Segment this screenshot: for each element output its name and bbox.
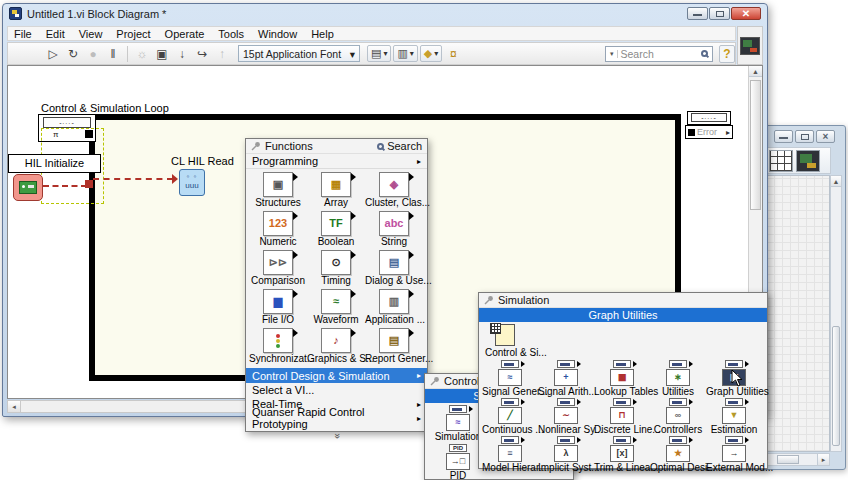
reorder-dropdown[interactable]: ◆ ▾	[420, 45, 442, 62]
scrollbar-thumb[interactable]	[832, 326, 840, 446]
run-continuously-button[interactable]: ↻	[64, 45, 82, 63]
front-panel-preview-icon[interactable]	[796, 150, 820, 172]
menu-item[interactable]: Window	[252, 28, 305, 40]
hil-initialize-block[interactable]	[13, 174, 43, 201]
minimize-button[interactable]	[687, 7, 708, 20]
menu-item[interactable]: Help	[305, 28, 342, 40]
search-icon[interactable]	[701, 50, 708, 57]
pin-icon[interactable]	[251, 141, 261, 151]
palette-item[interactable]: → External Mod...	[706, 434, 762, 472]
palette-item[interactable]: ⊙ Timing	[307, 249, 365, 288]
palette-item[interactable]: ★ Optimal Desi...	[650, 434, 706, 472]
palette-header[interactable]: Simulation	[479, 293, 767, 308]
palette-item[interactable]: ⊳⊳ Comparison	[249, 249, 307, 288]
palette-item[interactable]: ∞ Controllers	[650, 396, 706, 434]
palette-item[interactable]: Control & Si...	[479, 324, 767, 358]
align-objects-icon: ▤	[371, 47, 381, 60]
loop-error-terminal[interactable]: Error ▸	[685, 125, 733, 139]
palette-item-label: Timing	[307, 275, 365, 287]
palette-item[interactable]: ▣ Structures	[249, 171, 307, 210]
palette-item[interactable]: λ Implicit Syst...	[538, 434, 594, 472]
scrollbar-thumb[interactable]	[750, 80, 761, 210]
palette-item[interactable]: Synchronizat...	[249, 327, 307, 366]
palette-item[interactable]: ⊓ Discrete Line...	[594, 396, 650, 434]
palette-item[interactable]: ▼ Estimation	[706, 396, 762, 434]
cl-hil-read-block[interactable]: ◦ ◦ uuu	[179, 169, 205, 196]
font-selector-dropdown[interactable]: 15pt Application Font ▾	[238, 45, 360, 62]
search-box[interactable]: ▾ Search	[605, 46, 713, 62]
step-out-button[interactable]: ↑	[213, 45, 231, 63]
menu-item[interactable]: Operate	[159, 28, 213, 40]
menu-item[interactable]: Tools	[212, 28, 252, 40]
simulation-grid: ≈ Signal Gener... +	[479, 358, 767, 472]
palette-item[interactable]: ≡ Model Hierar...	[482, 434, 538, 472]
simulation-loop-output-node[interactable]: -∙∙∙-	[687, 111, 731, 125]
loop-tunnel[interactable]	[85, 180, 93, 188]
maximize-button[interactable]	[709, 7, 730, 20]
palette-item[interactable]: + Signal Arith...	[538, 358, 594, 396]
palette-item[interactable]: ▤ Dialog & Use...	[365, 249, 423, 288]
grid-align-icon[interactable]	[769, 150, 793, 172]
scroll-up-icon[interactable]: ▲	[749, 66, 762, 77]
menu-item-control-design-simulation[interactable]: Control Design & Simulation ▸	[246, 368, 427, 383]
palette-item[interactable]: [x] Trim & Linea...	[594, 434, 650, 472]
category-row-programming[interactable]: Programming ▸	[246, 154, 427, 169]
palette-item[interactable]: ╱ Continuous ...	[482, 396, 538, 434]
palette-item[interactable]: ≈ Signal Gener...	[482, 358, 538, 396]
palette-item[interactable]: ▦ Lookup Tables	[594, 358, 650, 396]
highlight-execution-button[interactable]: ☼	[133, 45, 151, 63]
minimize-button[interactable]	[774, 130, 793, 143]
palette-header[interactable]: Functions Search	[246, 139, 427, 154]
step-over-button[interactable]: ↪	[193, 45, 211, 63]
palette-item[interactable]: ▆ File I/O	[249, 288, 307, 327]
palette-item[interactable]: TF Boolean	[307, 210, 365, 249]
scroll-left-icon[interactable]: ◂	[8, 401, 21, 412]
titlebar[interactable]: Untitled 1.vi Block Diagram * ✕	[3, 4, 767, 23]
error-wire[interactable]	[93, 178, 173, 180]
palette-search[interactable]: Search	[377, 140, 422, 152]
palette-item-icon: ▤	[379, 250, 409, 275]
palette-item[interactable]: ▥ Application ...	[365, 288, 423, 327]
pin-icon[interactable]	[430, 376, 440, 386]
palette-item[interactable]: ◈ Cluster, Clas...	[365, 171, 423, 210]
palette-item[interactable]: 123 Numeric	[249, 210, 307, 249]
search-history-dropdown-icon[interactable]: ▾	[610, 50, 618, 58]
menu-item[interactable]: Edit	[40, 28, 73, 40]
menu-item[interactable]: View	[73, 28, 111, 40]
palette-item[interactable]: ∼ Nonlinear Sy...	[538, 396, 594, 434]
palette-item[interactable]: ♪ Graphics & S...	[307, 327, 365, 366]
context-help-button[interactable]: ?	[719, 45, 735, 63]
close-button[interactable]: ✕	[731, 7, 761, 20]
hil-read-wave-icon: uuu	[180, 181, 204, 190]
align-objects-dropdown[interactable]: ▤ ▾	[367, 45, 391, 62]
clean-up-diagram-button[interactable]: ¤	[444, 45, 462, 63]
palette-item[interactable]: ▤ Report Gener...	[365, 327, 423, 366]
palette-item[interactable]: ≈ Waveform	[307, 288, 365, 327]
menu-item[interactable]: Project	[110, 28, 158, 40]
pin-icon[interactable]	[484, 295, 494, 305]
front-panel-vertical-scrollbar[interactable]: ▲	[830, 175, 842, 452]
retain-wire-values-button[interactable]: ▣	[153, 45, 171, 63]
scrollbar-thumb[interactable]	[777, 455, 799, 464]
menu-item[interactable]: File	[8, 28, 40, 40]
palette-item-label: Boolean	[307, 236, 365, 248]
run-button[interactable]: ▷	[44, 45, 62, 63]
palette-menu-item[interactable]: Select a VI...	[246, 383, 427, 397]
palette-item[interactable]: ∗ Utilities	[650, 358, 706, 396]
scroll-up-icon[interactable]: ▲	[831, 176, 841, 187]
pause-button[interactable]: ‖	[104, 45, 122, 63]
palette-item[interactable]: ▩ Graph Utilities	[706, 358, 762, 396]
maximize-button[interactable]	[795, 130, 814, 143]
scroll-right-icon[interactable]: ▸	[817, 454, 829, 465]
palette-menu-item[interactable]: Quanser Rapid Control Prototyping ▸	[246, 411, 427, 425]
palette-item[interactable]: abc String	[365, 210, 423, 249]
abort-button[interactable]: ●	[84, 45, 102, 63]
close-button[interactable]: ×	[816, 130, 835, 143]
distribute-objects-dropdown[interactable]: ▥ ▾	[393, 45, 417, 62]
palette-item-icon: ∗	[661, 360, 695, 386]
palette-item[interactable]: ▦ Array	[307, 171, 365, 210]
functions-grid: ▣ Structures ▦ Array ◈	[246, 169, 427, 366]
palette-item-label: Structures	[249, 197, 307, 209]
error-wire[interactable]	[43, 185, 87, 187]
step-into-button[interactable]: ↓	[173, 45, 191, 63]
